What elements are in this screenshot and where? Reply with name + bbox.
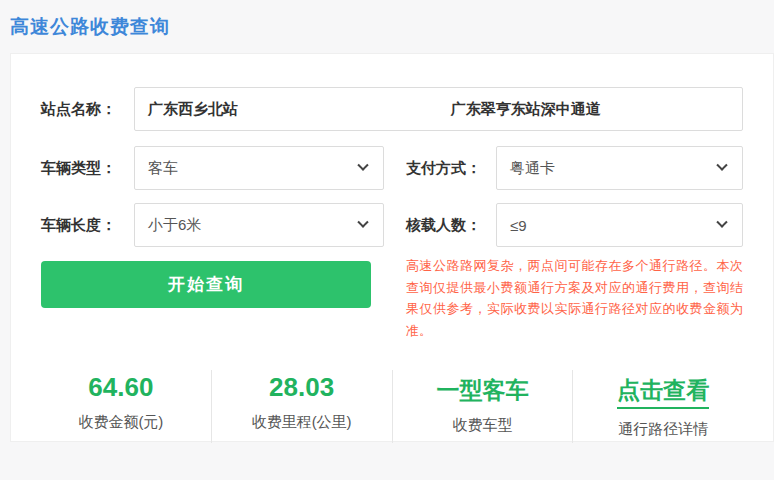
payment-method-select[interactable]: 粤通卡 [496,146,743,190]
station-from-value[interactable]: 广东西乡北站 [148,88,238,130]
toll-distance-label: 收费里程(公里) [212,413,392,432]
route-details-label: 通行路径详情 [573,420,753,439]
start-query-button[interactable]: 开始查询 [41,261,371,308]
station-to-value[interactable]: 广东翠亨东站深中通道 [451,88,601,130]
vehicle-payment-row: 车辆类型： 客车 支付方式： 粤通卡 [41,146,743,190]
vehicle-class-label: 收费车型 [393,416,573,435]
result-toll-amount: 64.60 收费金额(元) [31,370,211,443]
chevron-down-icon [716,160,727,171]
route-details-link[interactable]: 点击查看 [617,372,709,409]
payment-method-group: 支付方式： 粤通卡 [406,146,743,190]
query-form-card: 站点名称： 广东西乡北站 广东翠亨东站深中通道 车辆类型： 客车 支付方式： 粤… [10,53,774,442]
payment-method-label: 支付方式： [406,146,496,190]
chevron-down-icon [357,160,368,171]
vehicle-length-value: 小于6米 [135,216,201,235]
page-title: 高速公路收费查询 [10,14,774,40]
passenger-capacity-group: 核载人数： ≤9 [406,203,743,247]
action-row: 开始查询 高速公路路网复杂，两点间可能存在多个通行路径。本次查询仅提供最小费额通… [41,261,743,341]
query-notice: 高速公路路网复杂，两点间可能存在多个通行路径。本次查询仅提供最小费额通行方案及对… [406,255,743,341]
vehicle-class-value: 一型客车 [436,372,528,405]
toll-amount-label: 收费金额(元) [31,413,211,432]
toll-amount-value: 64.60 [88,372,153,402]
vehicle-type-group: 车辆类型： 客车 [41,146,384,190]
chevron-down-icon [357,217,368,228]
vehicle-type-value: 客车 [135,159,178,178]
length-passenger-row: 车辆长度： 小于6米 核载人数： ≤9 [41,203,743,247]
station-row: 站点名称： 广东西乡北站 广东翠亨东站深中通道 [41,87,743,131]
result-route-details: 点击查看 通行路径详情 [572,370,753,443]
passenger-capacity-label: 核载人数： [406,203,496,247]
station-name-label: 站点名称： [41,87,134,131]
passenger-capacity-select[interactable]: ≤9 [496,203,743,247]
chevron-down-icon [716,217,727,228]
vehicle-length-select[interactable]: 小于6米 [134,203,384,247]
payment-method-value: 粤通卡 [497,159,555,178]
passenger-capacity-value: ≤9 [497,217,527,234]
toll-distance-value: 28.03 [269,372,334,402]
vehicle-length-group: 车辆长度： 小于6米 [41,203,384,247]
results-row: 64.60 收费金额(元) 28.03 收费里程(公里) 一型客车 收费车型 点… [31,370,753,443]
vehicle-type-label: 车辆类型： [41,146,134,190]
vehicle-type-select[interactable]: 客车 [134,146,384,190]
result-vehicle-class: 一型客车 收费车型 [392,370,573,443]
station-input[interactable]: 广东西乡北站 广东翠亨东站深中通道 [134,87,743,131]
result-toll-distance: 28.03 收费里程(公里) [211,370,392,443]
vehicle-length-label: 车辆长度： [41,203,134,247]
